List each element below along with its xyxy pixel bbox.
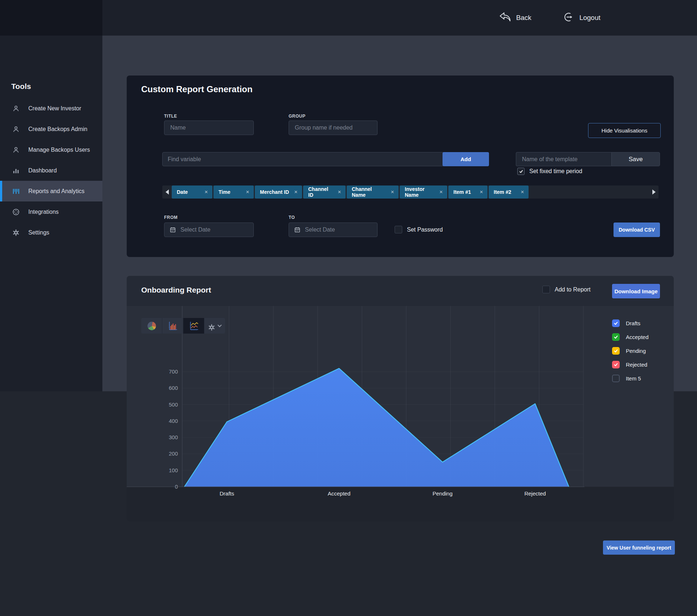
chip-remove-icon[interactable]: ✕ [246, 189, 249, 195]
chip-label: Item #1 [453, 189, 471, 195]
gear-icon [12, 229, 20, 237]
custom-report-panel: Custom Report Generation TITLE GROUP Hid… [127, 76, 674, 257]
find-variable-wrap: Add [162, 152, 489, 166]
chart-legend: DraftsAcceptedPendingRejectedItem 5 [612, 319, 649, 382]
sidebar-item-label: Settings [28, 229, 49, 236]
variable-chip[interactable]: Date✕ [172, 185, 212, 199]
fixed-period-row: Set fixed time period [517, 168, 582, 175]
add-to-report-label: Add to Report [555, 286, 591, 293]
variable-chip[interactable]: Channel Name✕ [347, 185, 399, 199]
chips-scroll-right-icon[interactable] [649, 185, 659, 199]
app-root: Tools Create New InvestorCreate Backops … [0, 0, 697, 616]
svg-text:600: 600 [169, 385, 178, 391]
sidebar-item-reports-and-analytics[interactable]: Reports and Analytics [0, 181, 102, 201]
chip-remove-icon[interactable]: ✕ [294, 189, 298, 195]
svg-text:Rejected: Rejected [524, 490, 546, 497]
logout-icon [563, 12, 574, 24]
add-variable-button[interactable]: Add [443, 152, 489, 166]
svg-text:Pending: Pending [432, 490, 452, 497]
sidebar-item-label: Create New Investor [28, 105, 81, 112]
back-icon [499, 12, 511, 24]
legend-item-rejected[interactable]: Rejected [612, 360, 649, 368]
group-field-label: GROUP [289, 114, 306, 119]
chip-label: Channel Name [352, 186, 387, 198]
chip-remove-icon[interactable]: ✕ [521, 189, 524, 195]
svg-text:500: 500 [169, 401, 178, 408]
variable-chip[interactable]: Merchant ID✕ [255, 185, 302, 199]
chip-remove-icon[interactable]: ✕ [439, 189, 443, 195]
chip-remove-icon[interactable]: ✕ [480, 189, 483, 195]
legend-label: Pending [626, 348, 646, 354]
fixed-period-checkbox[interactable] [517, 168, 525, 175]
legend-item-item-5[interactable]: Item 5 [612, 374, 649, 382]
user-icon [12, 105, 20, 113]
gear-icon [208, 322, 216, 330]
chip-remove-icon[interactable]: ✕ [391, 189, 394, 195]
svg-text:200: 200 [169, 450, 178, 457]
sidebar-item-dashboard[interactable]: Dashboard [0, 160, 102, 181]
chip-remove-icon[interactable]: ✕ [204, 189, 208, 195]
title-input-wrap [164, 121, 254, 135]
svg-text:100: 100 [169, 467, 178, 473]
back-button[interactable]: Back [499, 12, 531, 24]
sidebar-item-settings[interactable]: Settings [0, 222, 102, 243]
sidebar-item-manage-backops-users[interactable]: Manage Backops Users [0, 139, 102, 160]
sidebar-item-create-new-investor[interactable]: Create New Investor [0, 98, 102, 119]
sidebar-top-shade [0, 0, 102, 36]
chip-remove-icon[interactable]: ✕ [338, 189, 341, 195]
svg-text:Accepted: Accepted [328, 490, 351, 497]
view-funneling-report-button[interactable]: View User funneling report [603, 540, 675, 555]
variable-chip[interactable]: Investor Name✕ [400, 185, 447, 199]
chart-zone: 0100200300400500600700DraftsAcceptedPend… [127, 306, 674, 521]
variable-chip[interactable]: Item #1✕ [448, 185, 488, 199]
add-to-report-checkbox[interactable] [542, 286, 550, 293]
legend-item-pending[interactable]: Pending [612, 347, 649, 355]
integrations-icon [12, 208, 20, 216]
template-input-wrap [516, 152, 611, 166]
chip-label: Item #2 [494, 189, 511, 195]
chips-scroll-left-icon[interactable] [162, 185, 172, 199]
save-template-button[interactable]: Save [611, 152, 660, 166]
hide-visualisations-button[interactable]: Hide Visualisations [588, 123, 661, 138]
bar-chart-icon [12, 167, 20, 175]
back-label: Back [516, 14, 531, 22]
group-input[interactable] [294, 124, 372, 131]
pie-chart-tool-button[interactable] [141, 318, 162, 334]
sidebar-heading: Tools [11, 82, 31, 91]
top-header: Back Logout [102, 0, 697, 36]
user-icon [12, 125, 20, 133]
legend-item-accepted[interactable]: Accepted [612, 333, 649, 341]
set-password-checkbox[interactable] [395, 226, 402, 233]
title-input[interactable] [170, 124, 248, 131]
legend-item-drafts[interactable]: Drafts [612, 319, 649, 327]
to-date-wrap [289, 223, 378, 237]
chart-type-toolbar [141, 318, 225, 334]
find-variable-input[interactable] [163, 156, 443, 163]
logout-button[interactable]: Logout [563, 12, 600, 24]
sidebar-item-integrations[interactable]: Integrations [0, 201, 102, 222]
line-chart-icon [188, 321, 199, 331]
gear-tool-button[interactable] [204, 318, 225, 334]
legend-label: Item 5 [626, 375, 641, 382]
legend-checkbox-checked[interactable] [612, 319, 620, 327]
line-chart-tool-button[interactable] [183, 318, 204, 334]
analytics-icon [12, 187, 20, 195]
legend-checkbox-checked[interactable] [612, 347, 620, 355]
legend-checkbox-unchecked[interactable] [612, 375, 620, 382]
legend-checkbox-checked[interactable] [612, 361, 620, 368]
to-date-input[interactable] [304, 226, 372, 233]
from-date-wrap [164, 223, 254, 237]
template-name-input[interactable] [521, 156, 606, 163]
sidebar-item-create-backops-admin[interactable]: Create Backops Admin [0, 119, 102, 139]
variable-chip[interactable]: Time✕ [213, 185, 254, 199]
download-csv-button[interactable]: Download CSV [614, 223, 660, 237]
set-password-row: Set Password [395, 226, 443, 233]
sidebar-item-label: Manage Backops Users [28, 147, 90, 153]
legend-checkbox-checked[interactable] [612, 333, 620, 341]
bar-chart-tool-button[interactable] [162, 318, 183, 334]
fixed-period-label: Set fixed time period [529, 168, 582, 175]
from-date-input[interactable] [180, 226, 248, 233]
variable-chip[interactable]: Item #2✕ [489, 185, 529, 199]
variable-chip[interactable]: Channel ID✕ [303, 185, 346, 199]
download-image-button[interactable]: Download Image [612, 284, 660, 298]
